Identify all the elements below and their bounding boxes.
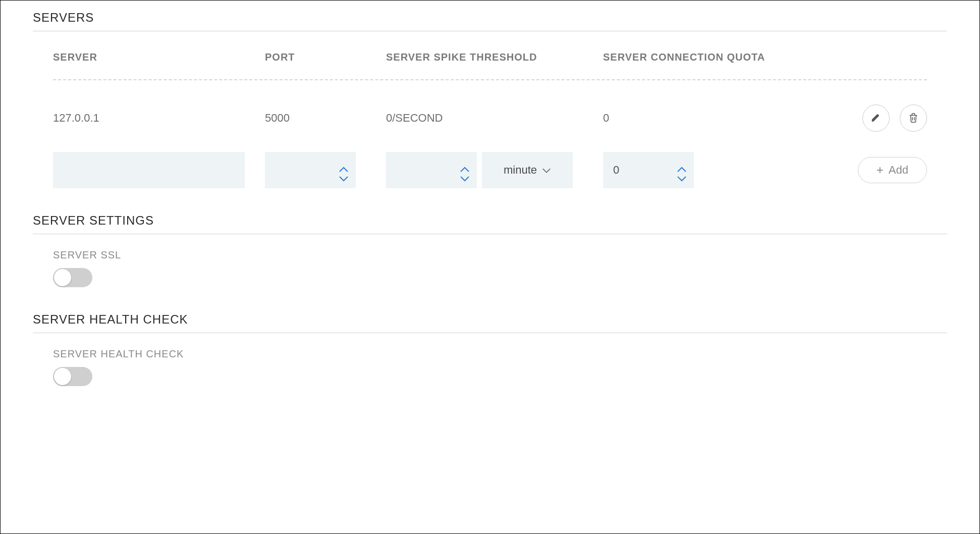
servers-table: SERVER PORT SERVER SPIKE THRESHOLD SERVE… [33,31,947,193]
cell-port: 5000 [265,112,386,125]
server-row: 127.0.0.1 5000 0/SECOND 0 [53,80,927,152]
chevron-down-icon[interactable] [460,172,470,178]
health-label: SERVER HEALTH CHECK [53,348,927,360]
col-header-actions [805,51,927,63]
new-quota-value: 0 [613,164,619,177]
spike-unit-select[interactable]: minute [482,152,573,188]
new-server-input[interactable] [53,152,245,188]
new-port-input[interactable] [265,152,356,188]
toggle-knob [54,368,71,385]
chevron-up-icon[interactable] [460,163,470,169]
server-health-title: SERVER HEALTH CHECK [33,312,947,333]
col-header-port: PORT [265,51,386,63]
new-quota-input[interactable]: 0 [603,152,694,188]
server-settings-section: SERVER SETTINGS SERVER SSL [1,213,979,312]
ssl-setting: SERVER SSL [33,234,947,292]
spike-spinner-arrows [460,163,470,178]
spike-unit-label: minute [504,164,537,177]
quota-spinner-arrows [677,163,687,178]
add-button[interactable]: + Add [858,157,927,183]
delete-button[interactable] [900,104,927,132]
edit-button[interactable] [862,104,890,132]
new-server-row: minute 0 + Add [53,152,927,193]
ssl-toggle[interactable] [53,268,92,287]
chevron-down-icon[interactable] [339,172,349,178]
cell-spike: 0/SECOND [386,112,603,125]
col-header-spike: SERVER SPIKE THRESHOLD [386,51,603,63]
new-spike-value-input[interactable] [386,152,477,188]
servers-title: SERVERS [33,11,947,31]
health-toggle[interactable] [53,367,92,386]
pencil-icon [870,112,882,125]
plus-icon: + [877,164,884,176]
add-button-label: Add [889,164,908,177]
row-actions [805,104,927,132]
cell-server: 127.0.0.1 [53,112,265,125]
cell-quota: 0 [603,112,805,125]
port-spinner-arrows [339,163,349,178]
chevron-up-icon[interactable] [677,163,687,169]
server-settings-title: SERVER SETTINGS [33,213,947,234]
col-header-quota: SERVER CONNECTION QUOTA [603,51,805,63]
new-spike-group: minute [386,152,573,188]
servers-table-header: SERVER PORT SERVER SPIKE THRESHOLD SERVE… [53,31,927,80]
chevron-up-icon[interactable] [339,163,349,169]
servers-section: SERVERS SERVER PORT SERVER SPIKE THRESHO… [1,11,979,213]
chevron-down-icon[interactable] [677,172,687,178]
ssl-label: SERVER SSL [53,249,927,261]
trash-icon [908,112,919,125]
col-header-server: SERVER [53,51,265,63]
chevron-down-icon [542,164,551,177]
health-setting: SERVER HEALTH CHECK [33,333,947,391]
server-health-section: SERVER HEALTH CHECK SERVER HEALTH CHECK [1,312,979,411]
toggle-knob [54,269,71,286]
